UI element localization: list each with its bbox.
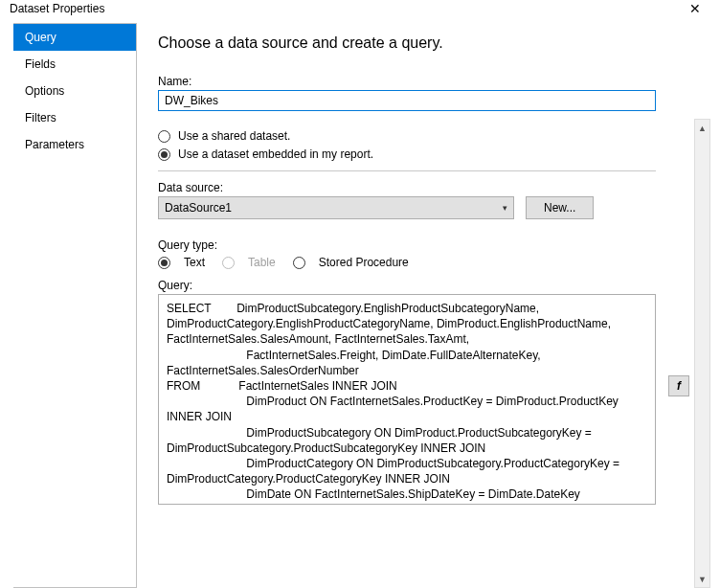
new-datasource-button[interactable]: New... (526, 196, 594, 219)
query-type-label: Query type: (158, 238, 656, 252)
sidebar-item-label: Query (25, 31, 56, 44)
name-label: Name: (158, 75, 656, 88)
sidebar-item-label: Parameters (25, 138, 84, 151)
radio-icon (158, 130, 170, 143)
sidebar-item-label: Filters (25, 111, 56, 124)
main-content: Choose a data source and create a query.… (158, 34, 667, 588)
titlebar: Dataset Properties ✕ (0, 0, 720, 17)
sidebar-item-options[interactable]: Options (13, 78, 136, 104)
radio-label: Table (248, 256, 276, 269)
radio-icon (158, 257, 170, 269)
radio-icon (158, 148, 170, 161)
query-type-group: Text Table Stored Procedure (158, 256, 656, 269)
scroll-down-icon[interactable]: ▼ (695, 571, 709, 587)
sidebar-item-label: Fields (25, 57, 56, 71)
dataset-mode-shared[interactable]: Use a shared dataset. (158, 129, 656, 143)
datasource-select[interactable]: DataSource1 ▾ (158, 196, 514, 219)
radio-label: Use a shared dataset. (178, 129, 290, 143)
datasource-value: DataSource1 (165, 201, 232, 215)
sidebar: Query Fields Options Filters Parameters (13, 23, 137, 588)
dialog-window: Dataset Properties ✕ Query Fields Option… (0, 0, 720, 588)
close-icon[interactable]: ✕ (676, 1, 714, 16)
sidebar-item-parameters[interactable]: Parameters (13, 131, 136, 158)
button-label: New... (544, 201, 575, 215)
dialog-body: Query Fields Options Filters Parameters … (0, 17, 720, 588)
chevron-down-icon: ▾ (503, 203, 507, 213)
query-type-table: Table (222, 256, 276, 269)
sidebar-item-label: Options (25, 84, 64, 98)
radio-icon (293, 257, 305, 269)
main-panel: Choose a data source and create a query.… (137, 17, 720, 588)
query-type-stored-procedure[interactable]: Stored Procedure (293, 256, 409, 269)
sidebar-item-filters[interactable]: Filters (13, 104, 136, 131)
radio-label: Text (184, 256, 205, 269)
dataset-mode-embedded[interactable]: Use a dataset embedded in my report. (158, 147, 656, 161)
radio-label: Stored Procedure (319, 256, 409, 269)
name-input[interactable] (158, 90, 656, 111)
sidebar-item-fields[interactable]: Fields (13, 51, 136, 78)
expression-button[interactable]: f (668, 375, 689, 396)
fx-column: f (667, 34, 690, 588)
fx-icon: f (677, 379, 681, 393)
query-type-text[interactable]: Text (158, 256, 205, 269)
page-heading: Choose a data source and create a query. (158, 34, 656, 52)
vertical-scrollbar[interactable]: ▲ ▼ (694, 119, 710, 588)
radio-icon (222, 257, 235, 269)
divider (158, 170, 656, 171)
sidebar-item-query[interactable]: Query (13, 24, 136, 51)
radio-label: Use a dataset embedded in my report. (178, 147, 373, 161)
query-textarea[interactable]: SELECT DimProductSubcategory.EnglishProd… (158, 294, 656, 505)
titlebar-title: Dataset Properties (6, 2, 676, 15)
query-label: Query: (158, 279, 656, 292)
datasource-label: Data source: (158, 181, 656, 194)
scroll-up-icon[interactable]: ▲ (695, 120, 709, 136)
